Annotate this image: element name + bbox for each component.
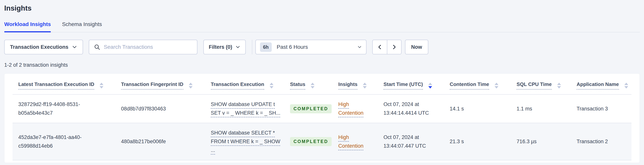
insight-link[interactable]: High Contention bbox=[338, 101, 364, 116]
insights-table: Latest Transaction Execution ID Transact… bbox=[12, 74, 632, 160]
cell-sql-cpu-time: 1.1 ms bbox=[511, 94, 571, 123]
column-header-start-time[interactable]: Start Time (UTC) bbox=[378, 74, 444, 94]
insights-table-card: Latest Transaction Execution ID Transact… bbox=[4, 73, 640, 163]
search-icon bbox=[94, 44, 100, 50]
sort-icon-active-desc bbox=[428, 83, 432, 88]
cell-execution-id: 328729d2-ff19-4408-8531- b05a5b4e43c7 bbox=[12, 94, 115, 123]
transaction-execution-link[interactable]: SHOW database UPDATE t SET v = _ WHERE k… bbox=[211, 101, 280, 116]
insight-link[interactable]: High Contention bbox=[338, 134, 364, 149]
next-time-button[interactable] bbox=[387, 40, 401, 54]
time-range-picker[interactable]: 6h Past 6 Hours bbox=[255, 40, 366, 54]
table-row: 452da3e7-e7fa-4801-aa40- c59988d14eb6 48… bbox=[12, 123, 632, 160]
transaction-type-dropdown[interactable]: Transaction Executions bbox=[4, 40, 83, 54]
table-row: 328729d2-ff19-4408-8531- b05a5b4e43c7 08… bbox=[12, 94, 632, 123]
sort-icon bbox=[363, 83, 367, 88]
prev-time-button[interactable] bbox=[373, 40, 387, 54]
sort-icon bbox=[100, 83, 104, 88]
cell-contention-time: 21.3 s bbox=[444, 123, 511, 160]
time-range-label: Past 6 Hours bbox=[277, 44, 357, 50]
cell-transaction-execution: SHOW database UPDATE t SET v = _ WHERE k… bbox=[205, 94, 284, 123]
status-badge: COMPLETED bbox=[290, 137, 332, 146]
column-header-latest-transaction-execution-id[interactable]: Latest Transaction Execution ID bbox=[12, 74, 115, 94]
results-summary: 1-2 of 2 transaction insights bbox=[4, 62, 640, 68]
column-header-insights[interactable]: Insights bbox=[332, 74, 378, 94]
cell-insights: High Contention bbox=[332, 123, 378, 160]
column-header-transaction-fingerprint-id[interactable]: Transaction Fingerprint ID bbox=[115, 74, 205, 94]
cell-status: COMPLETED bbox=[284, 94, 332, 123]
transaction-execution-link[interactable]: SHOW database SELECT * FROM t WHERE k = … bbox=[211, 130, 280, 153]
tab-workload-insights[interactable]: Workload Insights bbox=[4, 21, 51, 32]
filters-button[interactable]: Filters (0) bbox=[203, 40, 246, 54]
toolbar: Transaction Executions Filters (0) 6h Pa… bbox=[4, 40, 640, 54]
cell-transaction-execution: SHOW database SELECT * FROM t WHERE k = … bbox=[205, 123, 284, 160]
sort-icon bbox=[270, 83, 274, 88]
chevron-down-icon bbox=[357, 45, 362, 49]
column-header-sql-cpu-time[interactable]: SQL CPU Time bbox=[511, 74, 571, 94]
cell-fingerprint-id: 08d8b7d97f830463 bbox=[115, 94, 205, 123]
chevron-right-icon bbox=[391, 44, 397, 50]
filters-button-label: Filters (0) bbox=[209, 44, 232, 50]
column-header-contention-time[interactable]: Contention Time bbox=[444, 74, 511, 94]
table-header-row: Latest Transaction Execution ID Transact… bbox=[12, 74, 632, 94]
column-header-transaction-execution[interactable]: Transaction Execution bbox=[205, 74, 284, 94]
chevron-down-icon bbox=[235, 45, 240, 50]
transaction-type-dropdown-label: Transaction Executions bbox=[10, 44, 68, 50]
now-button-label: Now bbox=[411, 44, 422, 50]
tab-schema-insights[interactable]: Schema Insights bbox=[62, 21, 102, 32]
chevron-down-icon bbox=[72, 44, 77, 50]
tab-bar: Workload Insights Schema Insights bbox=[4, 21, 640, 32]
sort-icon bbox=[557, 83, 561, 88]
insights-page: Insights Workload Insights Schema Insigh… bbox=[0, 0, 644, 163]
cell-start-time: Oct 07, 2024 at 13:44:14.4414 UTC bbox=[378, 94, 444, 123]
cell-application-name: Transaction 3 bbox=[571, 94, 632, 123]
page-title: Insights bbox=[4, 0, 640, 12]
status-badge: COMPLETED bbox=[290, 104, 332, 113]
sort-icon bbox=[494, 83, 498, 88]
time-range-badge: 6h bbox=[260, 42, 272, 52]
column-header-status[interactable]: Status bbox=[284, 74, 332, 94]
cell-application-name: Transaction 2 bbox=[571, 123, 632, 160]
cell-insights: High Contention bbox=[332, 94, 378, 123]
now-button[interactable]: Now bbox=[405, 40, 428, 54]
cell-status: COMPLETED bbox=[284, 123, 332, 160]
cell-fingerprint-id: 480a8b217be006fe bbox=[115, 123, 205, 160]
sort-icon bbox=[189, 83, 192, 88]
cell-start-time: Oct 07, 2024 at 13:44:07.447 UTC bbox=[378, 123, 444, 160]
toolbar-divider bbox=[252, 40, 252, 54]
cell-execution-id: 452da3e7-e7fa-4801-aa40- c59988d14eb6 bbox=[12, 123, 115, 160]
cell-contention-time: 14.1 s bbox=[444, 94, 511, 123]
chevron-left-icon bbox=[377, 44, 383, 50]
cell-sql-cpu-time: 716.3 µs bbox=[511, 123, 571, 160]
sort-icon bbox=[311, 83, 314, 88]
sort-icon bbox=[624, 83, 628, 88]
search-input[interactable] bbox=[104, 44, 192, 50]
time-nav-group bbox=[372, 40, 402, 54]
column-header-application-name[interactable]: Application Name bbox=[571, 74, 632, 94]
search-box[interactable] bbox=[89, 40, 198, 54]
